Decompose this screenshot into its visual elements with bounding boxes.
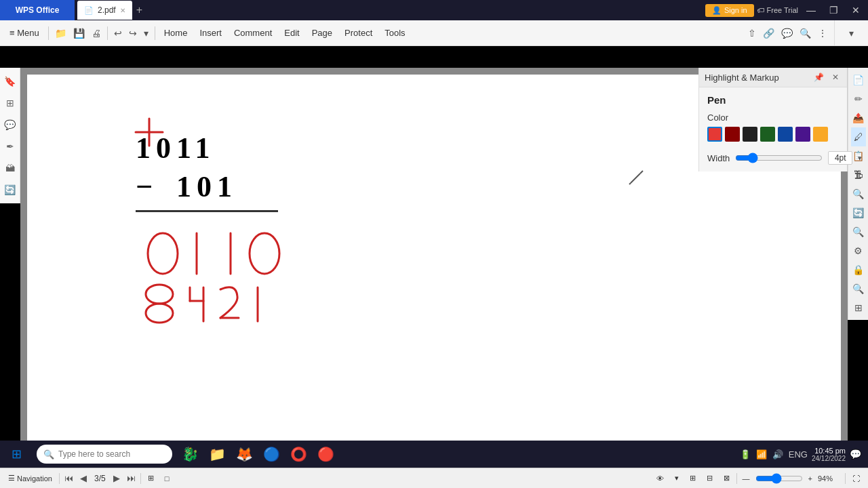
- rp-markup-icon[interactable]: 🖊: [851, 127, 866, 146]
- taskbar-app-browser[interactable]: 🦊: [231, 441, 258, 468]
- rp-search-doc-icon[interactable]: 🔍: [850, 184, 867, 203]
- protect-menu[interactable]: Protect: [339, 25, 378, 41]
- color-swatch-purple[interactable]: [795, 127, 810, 142]
- split-view-icon[interactable]: ⊟: [703, 472, 717, 484]
- open-file-icon[interactable]: 📁: [52, 26, 69, 41]
- tab-close-btn[interactable]: ✕: [120, 7, 125, 14]
- taskbar-search-bar[interactable]: 🔍: [37, 445, 172, 464]
- titlebar-controls: 👤 Sign in 🏷 Free Trial — ❐ ✕: [705, 4, 868, 17]
- dropdown-arrow-icon[interactable]: ▾: [141, 26, 151, 41]
- minimize-button[interactable]: —: [801, 5, 821, 16]
- network-icon[interactable]: 📶: [756, 449, 767, 460]
- comment-menu[interactable]: Comment: [229, 25, 277, 41]
- prev-page-button[interactable]: ◀: [78, 472, 89, 485]
- pen-drawing-result: [136, 216, 326, 325]
- page-menu[interactable]: Page: [307, 25, 338, 41]
- hm-close-button[interactable]: ✕: [829, 72, 842, 83]
- taskbar-app-edge[interactable]: 🔵: [258, 441, 285, 468]
- close-window-button[interactable]: ✕: [846, 5, 865, 16]
- comment-icon[interactable]: 💬: [778, 26, 795, 41]
- rp-edit-icon[interactable]: ✏: [852, 89, 865, 108]
- zoom-out-button[interactable]: —: [740, 474, 753, 483]
- volume-icon[interactable]: 🔊: [772, 449, 783, 460]
- svg-point-5: [250, 233, 279, 274]
- pen-tool-icon[interactable]: ✒: [3, 138, 17, 155]
- width-label: Width: [707, 153, 730, 163]
- hm-pin-button[interactable]: 📌: [811, 72, 827, 83]
- home-menu[interactable]: Home: [159, 25, 193, 41]
- width-slider[interactable]: [735, 152, 823, 163]
- image-icon[interactable]: 🏔: [3, 160, 18, 176]
- sign-in-button[interactable]: 👤 Sign in: [705, 4, 754, 17]
- rp-grid-icon[interactable]: ⊞: [852, 298, 865, 317]
- battery-icon[interactable]: 🔋: [740, 449, 751, 460]
- taskbar-app-1[interactable]: ⭕: [285, 441, 312, 468]
- rp-settings-icon[interactable]: ⚙: [851, 241, 865, 260]
- fullscreen-button[interactable]: ⛶: [848, 473, 864, 484]
- last-page-button[interactable]: ⏭: [125, 472, 138, 485]
- redo-icon[interactable]: ↪: [126, 26, 140, 41]
- file-tab[interactable]: 📄 2.pdf ✕: [77, 1, 132, 20]
- save-icon[interactable]: 💾: [71, 26, 87, 41]
- language-indicator[interactable]: ENG: [789, 449, 808, 460]
- navigation-button[interactable]: ☰ Navigation: [4, 472, 56, 484]
- rp-protect-icon[interactable]: 🔒: [850, 260, 867, 279]
- tools-menu[interactable]: Tools: [379, 25, 410, 41]
- thumbnail-icon[interactable]: ⊞: [3, 95, 17, 111]
- taskbar-app-2[interactable]: 🔴: [312, 441, 339, 468]
- edit-menu[interactable]: Edit: [279, 25, 304, 41]
- print-icon[interactable]: 🖨: [89, 26, 104, 41]
- windows-start-button[interactable]: ⊞: [0, 441, 33, 468]
- bookmark-icon[interactable]: 🔖: [1, 73, 18, 89]
- rp-export-icon[interactable]: 📤: [850, 108, 867, 127]
- color-swatch-black[interactable]: [743, 127, 757, 142]
- wps-logo[interactable]: WPS Office: [0, 0, 75, 20]
- rotate-icon[interactable]: 🔄: [1, 182, 18, 198]
- files-taskbar-icon: 📁: [209, 446, 226, 462]
- fit-width-icon[interactable]: □: [161, 473, 174, 484]
- restore-button[interactable]: ❐: [824, 5, 844, 16]
- insert-menu[interactable]: Insert: [194, 25, 227, 41]
- read-mode-icon[interactable]: 👁: [652, 473, 668, 484]
- rp-search-icon[interactable]: 🔍: [850, 279, 867, 298]
- undo-icon[interactable]: ↩: [111, 26, 125, 41]
- first-page-button[interactable]: ⏮: [62, 472, 75, 485]
- new-tab-button[interactable]: +: [132, 4, 146, 16]
- multi-page-icon[interactable]: ⊠: [719, 472, 734, 484]
- search-icon-top[interactable]: 🔍: [797, 26, 814, 41]
- taskbar-app-wps[interactable]: 🐉: [176, 441, 203, 468]
- rp-convert-icon[interactable]: 🔄: [850, 203, 867, 222]
- color-swatch-darkred[interactable]: [725, 127, 740, 142]
- next-page-button[interactable]: ▶: [111, 472, 122, 485]
- clock[interactable]: 10:45 pm 24/12/2022: [812, 447, 846, 462]
- zoom-slider[interactable]: [755, 473, 803, 484]
- view-dropdown-icon[interactable]: ▾: [671, 472, 683, 484]
- width-dropdown-arrow[interactable]: ▾: [858, 154, 862, 163]
- file-tab-label: 2.pdf: [98, 5, 116, 15]
- page-number-display: 3/5: [92, 474, 108, 483]
- taskbar-app-files[interactable]: 📁: [203, 441, 231, 468]
- annotation-icon[interactable]: 💬: [1, 117, 18, 133]
- taskbar-search-input[interactable]: [58, 449, 165, 459]
- color-swatch-yellow[interactable]: [813, 127, 828, 142]
- share-icon[interactable]: ⇧: [745, 26, 759, 41]
- math-divider: [136, 210, 278, 212]
- rp-compress-icon[interactable]: 🗜: [851, 165, 866, 184]
- zoom-value: 94%: [818, 474, 842, 483]
- color-swatch-blue[interactable]: [778, 127, 793, 142]
- more-icon[interactable]: ⋮: [815, 26, 830, 41]
- rp-zoom-icon[interactable]: 🔍: [850, 222, 867, 241]
- zoom-in-button[interactable]: +: [806, 474, 815, 483]
- expand-icon[interactable]: ▾: [846, 26, 856, 41]
- sidebar-toggle-icon[interactable]: ⊞: [686, 472, 700, 484]
- rp-doc-icon[interactable]: 📄: [850, 70, 867, 89]
- link-icon[interactable]: 🔗: [760, 26, 777, 41]
- free-trial-button[interactable]: 🏷 Free Trial: [757, 6, 798, 14]
- svg-point-2: [148, 233, 178, 274]
- menu-button[interactable]: ≡ Menu: [4, 25, 45, 41]
- color-swatch-green[interactable]: [760, 127, 775, 142]
- color-swatch-red[interactable]: [707, 127, 722, 142]
- pen-section-title: Pen: [707, 94, 839, 106]
- notification-button[interactable]: 💬: [850, 449, 861, 460]
- fit-page-icon[interactable]: ⊞: [144, 472, 158, 484]
